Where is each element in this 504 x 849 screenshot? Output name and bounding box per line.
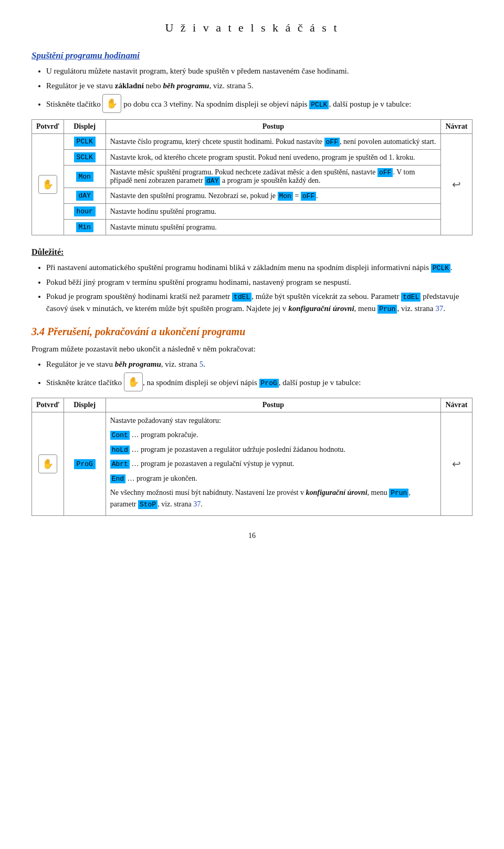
postup-mon: Nastavte měsíc spuštění programu. Pokud … xyxy=(106,165,440,188)
postup-prog-line1: Cont … program pokračuje. xyxy=(110,429,436,441)
page-title: U ž i v a t e l s k á č á s t xyxy=(32,21,472,35)
postup-pclk: Nastavte číslo programu, který chcete sp… xyxy=(106,134,440,150)
off-code1: oFF xyxy=(324,138,340,147)
table-row: Min Nastavte minutu spuštění programu. xyxy=(32,220,472,235)
section34-item1: Regulátor je ve stavu běh programu, viz.… xyxy=(46,358,472,370)
postup-min: Nastavte minutu spuštění programu. xyxy=(106,220,440,235)
hand-icon2: ✋ xyxy=(38,454,57,473)
hand-icon: ✋ xyxy=(38,175,57,194)
prun-code2: Prun xyxy=(389,489,408,498)
instruction-table-2: Potvrď Displej Postup Návrat ✋ ProG Nast… xyxy=(32,398,472,516)
sclk-tag: SCLK xyxy=(74,152,96,162)
section1-para2: Regulátor je ve stavu základní nebo běh … xyxy=(46,80,472,92)
displej-sclk: SCLK xyxy=(64,150,106,165)
day-tag: dAY xyxy=(76,191,93,201)
section1-para1: U regulátoru můžete nastavit program, kt… xyxy=(46,65,472,77)
hold-code: hoLd xyxy=(110,446,130,454)
return-icon: ↩ xyxy=(452,179,461,190)
off-code3: oFF xyxy=(301,192,316,201)
displej-prog: ProG xyxy=(64,412,106,516)
potvrdit-cell: ✋ xyxy=(32,134,64,235)
displej-pclk: PCLK xyxy=(64,134,106,150)
min-tag: Min xyxy=(76,222,93,232)
off-code2: oFF xyxy=(377,168,393,177)
end-code: End xyxy=(110,474,125,483)
pclk-label: PCLK xyxy=(309,100,329,109)
button-icon-hold: ✋ xyxy=(102,94,121,113)
postup-prog-line5: Ne všechny možnosti musí být nabídnuty. … xyxy=(110,487,436,510)
button-icon-short: ✋ xyxy=(124,372,143,391)
dulezite-item1: Při nastavení automatického spuštění pro… xyxy=(46,262,472,274)
postup-hour: Nastavte hodinu spuštění programu. xyxy=(106,204,440,220)
dulezite-item2: Pokud běží jiný program v termínu spuště… xyxy=(46,276,472,288)
postup-day: Nastavte den spuštění programu. Nezobraz… xyxy=(106,188,440,204)
displej-mon: Mon xyxy=(64,165,106,188)
section1-para3: Stiskněte tlačítko ✋ po dobu cca 3 vteři… xyxy=(46,94,472,113)
pclk-tag: PCLK xyxy=(74,137,96,147)
pclk-inline: PCLK xyxy=(431,264,450,273)
table-row: Mon Nastavte měsíc spuštění programu. Po… xyxy=(32,165,472,188)
mon-code: Mon xyxy=(278,192,293,201)
mon-tag: Mon xyxy=(76,172,93,182)
ref-37a[interactable]: 37 xyxy=(435,304,443,313)
postup-sclk: Nastavte krok, od kterého chcete program… xyxy=(106,150,440,165)
col-header-postup2: Postup xyxy=(106,398,440,412)
section34-intro: Program můžete pozastavit nebo ukončit a… xyxy=(32,343,472,355)
tdel-code1: tdEL xyxy=(232,293,251,302)
cont-code: Cont xyxy=(110,431,130,440)
col-header-postup: Postup xyxy=(106,120,440,134)
postup-prog-line3: Abrt … program je pozastaven a regulační… xyxy=(110,458,436,470)
ref-5b[interactable]: 5 xyxy=(200,360,204,368)
page-number: 16 xyxy=(32,532,472,540)
return-icon2: ↩ xyxy=(452,458,461,470)
table-row: ✋ PCLK Nastavte číslo programu, který ch… xyxy=(32,134,472,150)
navrat-cell: ↩ xyxy=(441,134,472,235)
konfig-text2: konfigurační úrovni xyxy=(306,489,367,496)
displej-min: Min xyxy=(64,220,106,235)
potvrdit2-cell: ✋ xyxy=(32,412,64,516)
dulezite-item3: Pokud je program spouštěný hodinami krat… xyxy=(46,291,472,314)
tdel-code2: tdEL xyxy=(401,293,421,302)
section1-heading: Spuštění programu hodinami xyxy=(32,50,472,61)
postup-prog-line0: Nastavte požadovaný stav regulátoru: xyxy=(110,415,436,426)
postup-prog-line2: hoLd … program je pozastaven a regulátor… xyxy=(110,444,436,455)
table-row: dAY Nastavte den spuštění programu. Nezo… xyxy=(32,188,472,204)
postup-prog-line4: End … program je ukončen. xyxy=(110,473,436,484)
table-row: SCLK Nastavte krok, od kterého chcete pr… xyxy=(32,150,472,165)
col-header-potvrdit2: Potvrď xyxy=(32,398,64,412)
instruction-table-1: Potvrď Displej Postup Návrat ✋ PCLK Nast… xyxy=(32,119,472,235)
displej-day: dAY xyxy=(64,188,106,204)
ref-37b[interactable]: 37 xyxy=(193,500,201,508)
table2-row: ✋ ProG Nastavte požadovaný stav reguláto… xyxy=(32,412,472,516)
abrt-code: Abrt xyxy=(110,460,130,469)
konfig-text: konfigurační úrovni xyxy=(288,304,354,313)
dulezite-heading: Důležité: xyxy=(32,246,472,258)
col-header-displej2: Displej xyxy=(64,398,106,412)
prog-tag: ProG xyxy=(74,459,96,469)
day-code1: dAY xyxy=(205,177,220,185)
col-header-potvrdit: Potvrď xyxy=(32,120,64,134)
prun-code1: Prun xyxy=(377,305,397,314)
hour-tag: hour xyxy=(74,206,96,216)
prog-inline: ProG xyxy=(259,379,279,388)
section34-item2: Stiskněte krátce tlačítko ✋, na spodním … xyxy=(46,372,472,391)
section34-heading: 3.4 Přerušení, pokračování a ukončení pr… xyxy=(32,326,472,338)
stop-code: StoP xyxy=(138,500,158,509)
postup-prog: Nastavte požadovaný stav regulátoru: Con… xyxy=(106,412,440,516)
col-header-navrat: Návrat xyxy=(441,120,472,134)
displej-hour: hour xyxy=(64,204,106,220)
col-header-displej: Displej xyxy=(64,120,106,134)
col-header-navrat2: Návrat xyxy=(441,398,472,412)
table-row: hour Nastavte hodinu spuštění programu. xyxy=(32,204,472,220)
navrat2-cell: ↩ xyxy=(441,412,472,516)
